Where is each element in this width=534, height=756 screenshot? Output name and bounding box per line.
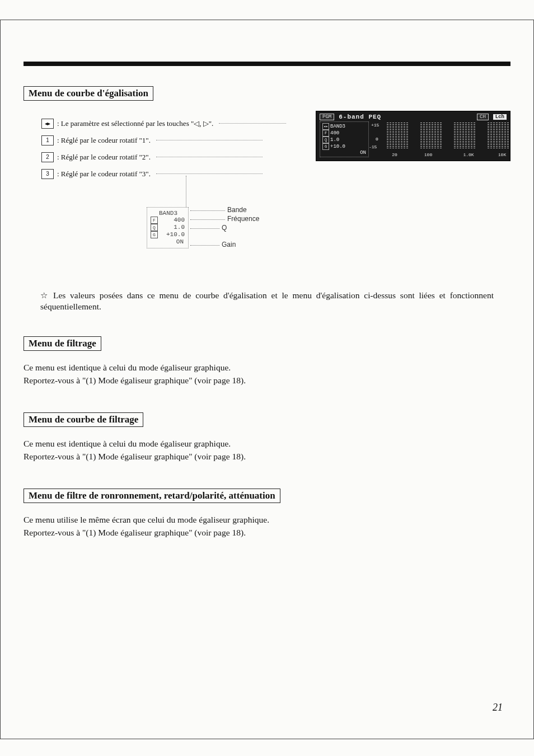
legend-text-2: : Réglé par le codeur rotatif "2".: [57, 149, 151, 166]
linked-values-note: ☆Les valeurs posées dans ce menu de cour…: [40, 290, 494, 313]
legend-text-3: : Réglé par le codeur rotatif "3".: [57, 166, 151, 182]
pgm-badge: PGM: [320, 114, 334, 120]
param-key-g-icon: G: [151, 231, 158, 238]
key-1-icon: 1: [41, 135, 54, 145]
leader-line: [190, 228, 219, 229]
lcd-titlebar: PGM 6-band PEQ CH Lch: [320, 114, 507, 120]
eq-col-group: [387, 123, 408, 149]
param-key-f-icon: F: [322, 130, 329, 137]
lcd-param-box: ◂▸BAND3 F400 Q1.0 G+10.0 ON: [320, 121, 369, 157]
eq-col-group: [454, 123, 475, 149]
legend-row-3: 3 : Réglé par le codeur rotatif "3".: [41, 166, 311, 182]
x-tick-100: 100: [424, 152, 432, 157]
callout-band: BAND3: [159, 210, 177, 217]
legend-row-2: 2 : Réglé par le codeur rotatif "2".: [41, 149, 311, 166]
callout-q: 1.0: [160, 224, 185, 231]
lcd-body: ◂▸BAND3 F400 Q1.0 G+10.0 ON +15 0 -15: [320, 121, 507, 157]
x-tick-20: 20: [392, 152, 397, 157]
filter-body-line2: Reportez-vous à "(1) Mode égaliseur grap…: [24, 375, 510, 387]
param-key-q-icon: Q: [322, 137, 329, 143]
lcd-panel: PGM 6-band PEQ CH Lch ◂▸BAND3 F400 Q1.0 …: [316, 111, 510, 161]
legend-text-arrows: : Le paramètre est sélectionné par les t…: [57, 115, 213, 132]
legend-text-1: : Réglé par le codeur rotatif "1".: [57, 132, 151, 149]
lcd-graph: +15 0 -15: [372, 121, 507, 157]
lcd-panel-container: PGM 6-band PEQ CH Lch ◂▸BAND3 F400 Q1.0 …: [316, 111, 510, 161]
legend-block: ◂▸ : Le paramètre est sélectionné par le…: [41, 115, 311, 182]
label-frequence: Fréquence: [227, 215, 259, 223]
channel-badge: Lch: [493, 114, 507, 120]
document-page: Menu de courbe d'égalisation ◂▸ : Le par…: [0, 0, 534, 756]
section-title-eq-curve: Menu de courbe d'égalisation: [24, 86, 153, 101]
leader-line: [156, 157, 263, 157]
eq-col-group: [488, 123, 509, 149]
x-tick-10k: 10K: [498, 152, 506, 157]
section-title-hum: Menu de filtre de ronronnement, retard/p…: [24, 489, 280, 503]
hum-body-line2: Reportez-vous à "(1) Mode égaliseur grap…: [24, 527, 510, 539]
leader-line: [219, 123, 286, 124]
y-minus-label: -15: [369, 144, 377, 149]
leader-line: [156, 140, 263, 140]
star-icon: ☆: [40, 291, 50, 300]
legend-row-1: 1 : Réglé par le codeur rotatif "1".: [41, 132, 311, 149]
callout-diagram: BAND3 F400 Q1.0 G+10.0 ON Bande Fréquenc…: [147, 197, 281, 259]
param-key-f-icon: F: [151, 217, 158, 224]
y-plus-label: +15: [371, 123, 379, 128]
leader-line: [190, 210, 225, 211]
eq-curve-row: ◂▸ : Le paramètre est sélectionné par le…: [24, 111, 510, 182]
lcd-gain: +10.0: [330, 144, 345, 149]
ch-badge: CH: [477, 114, 489, 120]
eq-col-group: [420, 123, 442, 149]
param-key-g-icon: G: [322, 143, 329, 150]
x-tick-1k: 1.0K: [463, 152, 474, 157]
param-key-arrows-icon: ◂▸: [322, 123, 329, 130]
section-title-filter-curve: Menu de courbe de filtrage: [24, 412, 143, 427]
page-number: 21: [493, 702, 503, 713]
leader-line: [190, 245, 219, 246]
label-q: Q: [222, 224, 227, 232]
key-3-icon: 3: [41, 169, 54, 179]
leader-line: [186, 176, 186, 207]
hum-body-line1: Ce menu utilise le même écran que celui …: [24, 514, 510, 526]
note-text: Les valeurs posées dans ce menu de courb…: [40, 290, 494, 312]
callout-freq: 400: [160, 217, 185, 224]
key-2-icon: 2: [41, 152, 54, 162]
leader-line: [156, 173, 263, 174]
lcd-on: ON: [360, 150, 366, 156]
legend-row-arrows: ◂▸ : Le paramètre est sélectionné par le…: [41, 115, 311, 132]
top-rule: [24, 62, 510, 66]
param-key-q-icon: Q: [151, 224, 158, 231]
callout-param-box: BAND3 F400 Q1.0 G+10.0 ON: [147, 207, 189, 248]
callout-on: ON: [159, 238, 184, 246]
filter-body-line1: Ce menu est identique à celui du mode ég…: [24, 362, 510, 374]
label-gain: Gain: [222, 241, 236, 248]
callout-gain: +10.0: [160, 231, 185, 238]
lcd-freq: 400: [330, 130, 339, 136]
lcd-band: BAND3: [330, 124, 345, 129]
lcd-title: 6-band PEQ: [339, 114, 381, 120]
filter-curve-line1: Ce menu est identique à celui du mode ég…: [24, 438, 510, 450]
section-title-filter: Menu de filtrage: [24, 336, 101, 351]
leader-line: [190, 219, 225, 220]
arrows-key-icon: ◂▸: [41, 119, 54, 129]
filter-curve-line2: Reportez-vous à "(1) Mode égaliseur grap…: [24, 451, 510, 463]
label-bande: Bande: [227, 206, 247, 214]
lcd-q: 1.0: [330, 137, 339, 143]
y-zero-label: 0: [376, 137, 378, 142]
